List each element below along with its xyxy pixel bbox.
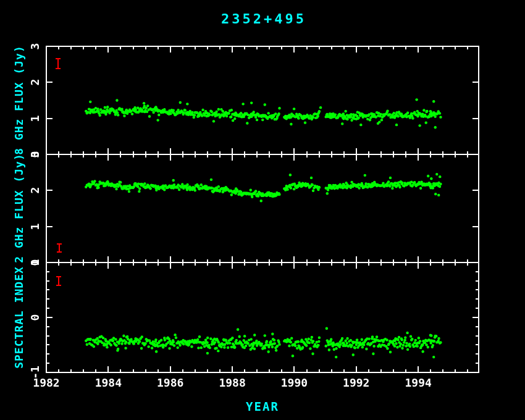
- x-axis-title: YEAR: [0, 400, 525, 413]
- plot-canvas: [0, 0, 525, 420]
- y-tick-label: 2: [28, 79, 41, 86]
- y-tick-label: 3: [28, 151, 41, 158]
- x-tick-label: 1992: [343, 376, 369, 389]
- y-tick-label: 1: [28, 223, 41, 230]
- y-axis-title-8ghz-flux: 8 GHz FLUX (Jy): [12, 45, 25, 155]
- x-tick-label: 1994: [405, 376, 431, 389]
- y-tick-label: 1: [28, 259, 41, 266]
- x-tick-label: 1990: [281, 376, 308, 389]
- figure: 2352+495 8 GHz FLUX (Jy) 2 GHz FLUX (Jy)…: [0, 0, 525, 420]
- y-tick-label: 0: [28, 314, 41, 321]
- y-axis-title-2ghz-flux: 2 GHz FLUX (Jy): [12, 153, 25, 263]
- plot-title: 2352+495: [0, 11, 525, 27]
- x-tick-label: 1982: [33, 376, 59, 389]
- x-tick-label: 1984: [95, 376, 122, 389]
- x-tick-label: 1986: [157, 376, 183, 389]
- y-axis-title-spectral-index: SPECTRAL INDEX: [12, 266, 25, 369]
- y-tick-label: 2: [28, 187, 41, 194]
- y-tick-label: 1: [28, 115, 41, 122]
- y-tick-label: 3: [28, 43, 41, 50]
- x-tick-label: 1988: [219, 376, 245, 389]
